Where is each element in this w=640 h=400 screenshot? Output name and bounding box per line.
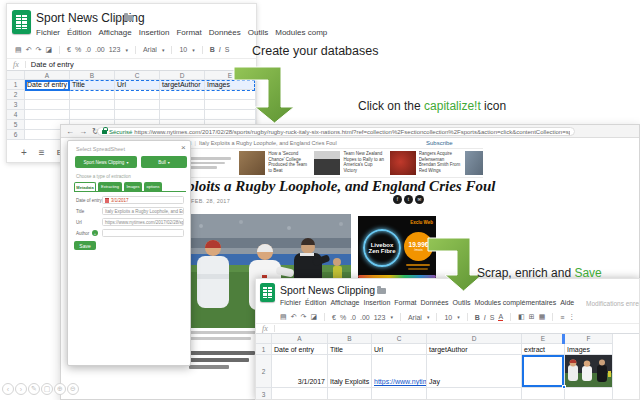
empty-cell[interactable]	[115, 100, 160, 110]
italic-button[interactable]: I	[219, 46, 221, 53]
corner-cell[interactable]	[7, 71, 25, 80]
redo-icon[interactable]: ↷	[36, 46, 42, 54]
col-header-D[interactable]: D	[160, 71, 205, 80]
empty-cell[interactable]	[115, 90, 160, 100]
fill-color-icon[interactable]: ◧	[518, 313, 525, 321]
zoom-out-icon[interactable]: ⊖	[67, 383, 79, 395]
cell-B1[interactable]: Title	[328, 344, 372, 355]
url-input[interactable]: https://www.nytimes.com/2017/02/28/sport…	[102, 218, 184, 226]
prev-icon[interactable]: ‹	[2, 383, 14, 395]
empty-cell[interactable]	[25, 100, 70, 110]
row-number[interactable]: 2	[256, 355, 272, 388]
subscribe-link[interactable]: Subscribe	[426, 140, 453, 146]
empty-cell[interactable]	[115, 110, 160, 120]
increase-decimals-icon[interactable]: .00	[360, 314, 370, 321]
empty-cell[interactable]	[160, 100, 205, 110]
col-header-C[interactable]: C	[115, 71, 160, 80]
folder-icon[interactable]	[377, 288, 386, 294]
col-header-D[interactable]: D	[427, 334, 522, 344]
col-header-B[interactable]: B	[328, 334, 372, 344]
percent-icon[interactable]: %	[340, 314, 346, 321]
redo-icon[interactable]: ↷	[301, 313, 307, 321]
cell-C2-url-link[interactable]: https://www.nytim	[374, 378, 427, 385]
font-select[interactable]: Arial	[143, 46, 157, 53]
font-size-select[interactable]: 10	[179, 46, 187, 53]
currency-icon[interactable]: €	[332, 314, 336, 321]
undo-icon[interactable]: ↶	[291, 313, 297, 321]
empty-cell[interactable]	[70, 100, 115, 110]
col-header-F[interactable]: F	[565, 334, 613, 344]
bold-button[interactable]: B	[210, 46, 215, 53]
empty-cell[interactable]	[205, 90, 256, 100]
article-thumbnail[interactable]	[239, 151, 265, 175]
menu-modules-complementaires[interactable]: Modules complémentaires	[474, 299, 556, 306]
col-header-A[interactable]: A	[272, 334, 328, 344]
more-icon[interactable]: ⋮	[568, 313, 575, 321]
text-color-button[interactable]: A	[498, 313, 503, 321]
row-number[interactable]: 4	[7, 110, 25, 120]
empty-cell[interactable]	[160, 110, 205, 120]
cell-E1[interactable]: Images	[205, 80, 256, 90]
article-thumbnail[interactable]	[314, 151, 340, 175]
date-of-entry-input[interactable]: 3/1/2017	[102, 196, 184, 204]
menu-donnees[interactable]: Données	[421, 299, 449, 306]
merge-cells-icon[interactable]: ▦	[539, 313, 546, 321]
spreadsheet-title[interactable]: Sport News Clipping	[280, 284, 375, 296]
twitter-share-icon[interactable]: t	[404, 195, 413, 204]
article-thumbnail[interactable]	[390, 151, 416, 175]
forward-icon[interactable]: →	[79, 127, 87, 136]
menu-fichier[interactable]: Fichier	[36, 28, 60, 37]
add-sheet-button[interactable]: +	[21, 147, 27, 158]
empty-cell[interactable]	[272, 388, 328, 400]
menu-insertion[interactable]: Insertion	[139, 28, 170, 37]
row-number[interactable]: 6	[7, 130, 25, 140]
align-icon[interactable]: ≡	[560, 314, 564, 321]
decrease-decimals-icon[interactable]: .0	[350, 314, 356, 321]
number-format-button[interactable]: 123	[109, 46, 121, 53]
cell-D1[interactable]: targetAuthor	[427, 344, 522, 355]
menu-donnees[interactable]: Données	[209, 28, 241, 37]
empty-cell[interactable]	[372, 388, 427, 400]
address-bar[interactable]: Sécurisé https://www.nytimes.com/2017/02…	[97, 127, 575, 136]
empty-cell[interactable]	[565, 388, 613, 400]
fill-handle[interactable]	[562, 385, 566, 389]
cell-D1[interactable]: targetAuthor	[160, 80, 205, 90]
formula-value[interactable]: Date of entry	[31, 60, 74, 69]
star-icon[interactable]: ☆	[366, 286, 374, 296]
number-format-button[interactable]: 123	[374, 314, 386, 321]
empty-cell[interactable]	[328, 388, 372, 400]
empty-cell[interactable]	[205, 110, 256, 120]
copy-icon[interactable]: ▢	[41, 383, 53, 395]
cell-A1[interactable]: Date of entry	[25, 80, 70, 90]
menu-insertion[interactable]: Insertion	[363, 299, 390, 306]
cell-D2-author[interactable]: Jay	[427, 355, 522, 388]
col-header-C[interactable]: C	[372, 334, 427, 344]
print-icon[interactable]: ▤	[280, 313, 287, 321]
strikethrough-button[interactable]: S	[225, 46, 230, 53]
cell-B2-title[interactable]: Italy Exploits a F	[328, 355, 372, 388]
row-number[interactable]: 5	[7, 120, 25, 130]
menu-affichage[interactable]: Affichage	[330, 299, 359, 306]
empty-cell[interactable]	[25, 90, 70, 100]
font-select[interactable]: Arial	[408, 314, 422, 321]
strikethrough-button[interactable]: S	[490, 314, 495, 321]
borders-icon[interactable]: ⊞	[529, 313, 535, 321]
percent-icon[interactable]: %	[75, 46, 81, 53]
empty-cell[interactable]	[25, 110, 70, 120]
paint-format-icon[interactable]: ◪	[310, 313, 317, 321]
url-text[interactable]: https://www.nytimes.com/2017/02/28/sport…	[134, 129, 570, 135]
row-number[interactable]: 2	[7, 90, 25, 100]
empty-cell[interactable]	[70, 110, 115, 120]
cell-F2-image[interactable]	[565, 355, 613, 388]
row-number[interactable]: 3	[256, 388, 272, 400]
menu-edition[interactable]: Édition	[67, 28, 91, 37]
undo-icon[interactable]: ↶	[26, 46, 32, 54]
bold-button[interactable]: B	[475, 314, 480, 321]
edit-icon[interactable]: ✎	[28, 383, 40, 395]
folder-icon[interactable]	[124, 15, 133, 21]
title-input[interactable]: Italy Exploits a Rugby Loophole, and Eng…	[102, 207, 184, 215]
cell-A2-date[interactable]: 3/1/2017	[272, 355, 328, 388]
menu-fichier[interactable]: Fichier	[280, 299, 301, 306]
empty-cell[interactable]	[427, 388, 522, 400]
article-thumbnail[interactable]	[465, 151, 483, 175]
